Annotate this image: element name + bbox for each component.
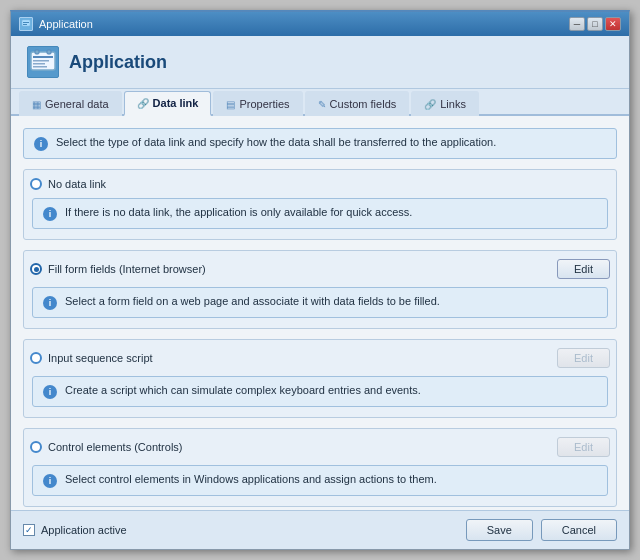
radio-no-data-link[interactable] bbox=[30, 178, 42, 190]
control-elements-info: i Select control elements in Windows app… bbox=[32, 465, 608, 496]
option-input-sequence-label[interactable]: Input sequence script bbox=[48, 352, 557, 364]
tab-general-data-label: General data bbox=[45, 98, 109, 110]
tab-data-link[interactable]: 🔗 Data link bbox=[124, 91, 212, 116]
header-title: Application bbox=[69, 52, 167, 73]
option-control-elements-row: Control elements (Controls) Edit bbox=[24, 433, 616, 461]
tab-data-link-label: Data link bbox=[153, 97, 199, 109]
tab-links-icon: 🔗 bbox=[424, 99, 436, 110]
fill-form-info: i Select a form field on a web page and … bbox=[32, 287, 608, 318]
main-info-text: Select the type of data link and specify… bbox=[56, 136, 496, 148]
tab-properties-icon: ▤ bbox=[226, 99, 235, 110]
radio-control-elements[interactable] bbox=[30, 441, 42, 453]
tab-custom-fields-label: Custom fields bbox=[330, 98, 397, 110]
fill-form-info-icon: i bbox=[43, 296, 57, 310]
window-controls: ─ □ ✕ bbox=[569, 17, 621, 31]
svg-rect-1 bbox=[23, 22, 29, 23]
footer: ✓ Application active Save Cancel bbox=[11, 510, 629, 549]
input-sequence-info: i Create a script which can simulate com… bbox=[32, 376, 608, 407]
tab-links[interactable]: 🔗 Links bbox=[411, 91, 479, 116]
tab-custom-fields-icon: ✎ bbox=[318, 99, 326, 110]
svg-rect-2 bbox=[23, 24, 27, 25]
input-sequence-info-text: Create a script which can simulate compl… bbox=[65, 384, 421, 396]
svg-rect-7 bbox=[33, 66, 47, 68]
option-input-sequence-block: Input sequence script Edit i Create a sc… bbox=[23, 339, 617, 418]
save-button[interactable]: Save bbox=[466, 519, 533, 541]
minimize-button[interactable]: ─ bbox=[569, 17, 585, 31]
footer-left: ✓ Application active bbox=[23, 524, 127, 536]
radio-fill-form[interactable] bbox=[30, 263, 42, 275]
tab-data-link-icon: 🔗 bbox=[137, 98, 149, 109]
tab-general-data[interactable]: ▦ General data bbox=[19, 91, 122, 116]
tab-general-data-icon: ▦ bbox=[32, 99, 41, 110]
application-active-label: Application active bbox=[41, 524, 127, 536]
header-icon bbox=[27, 46, 59, 78]
edit-fill-form-button[interactable]: Edit bbox=[557, 259, 610, 279]
no-data-link-info-icon: i bbox=[43, 207, 57, 221]
input-sequence-info-icon: i bbox=[43, 385, 57, 399]
close-button[interactable]: ✕ bbox=[605, 17, 621, 31]
footer-buttons: Save Cancel bbox=[466, 519, 617, 541]
main-info-box: i Select the type of data link and speci… bbox=[23, 128, 617, 159]
control-elements-info-text: Select control elements in Windows appli… bbox=[65, 473, 437, 485]
option-control-elements-label[interactable]: Control elements (Controls) bbox=[48, 441, 557, 453]
option-control-elements-block: Control elements (Controls) Edit i Selec… bbox=[23, 428, 617, 507]
option-no-data-link-block: No data link i If there is no data link,… bbox=[23, 169, 617, 240]
window-title: Application bbox=[39, 18, 93, 30]
tab-properties[interactable]: ▤ Properties bbox=[213, 91, 302, 116]
cancel-button[interactable]: Cancel bbox=[541, 519, 617, 541]
main-info-icon: i bbox=[34, 137, 48, 151]
option-fill-form-block: Fill form fields (Internet browser) Edit… bbox=[23, 250, 617, 329]
svg-rect-6 bbox=[33, 63, 45, 65]
title-bar: Application ─ □ ✕ bbox=[11, 12, 629, 36]
title-bar-left: Application bbox=[19, 17, 93, 31]
option-fill-form-label[interactable]: Fill form fields (Internet browser) bbox=[48, 263, 557, 275]
control-elements-info-icon: i bbox=[43, 474, 57, 488]
tab-custom-fields[interactable]: ✎ Custom fields bbox=[305, 91, 410, 116]
tabs-bar: ▦ General data 🔗 Data link ▤ Properties … bbox=[11, 89, 629, 116]
application-window: Application ─ □ ✕ Application ▦ General bbox=[10, 10, 630, 550]
application-active-checkbox[interactable]: ✓ bbox=[23, 524, 35, 536]
content-area: i Select the type of data link and speci… bbox=[11, 116, 629, 510]
fill-form-info-text: Select a form field on a web page and as… bbox=[65, 295, 440, 307]
tab-links-label: Links bbox=[440, 98, 466, 110]
edit-input-sequence-button[interactable]: Edit bbox=[557, 348, 610, 368]
option-no-data-link-row: No data link bbox=[24, 174, 616, 194]
svg-rect-5 bbox=[33, 60, 49, 62]
radio-input-sequence[interactable] bbox=[30, 352, 42, 364]
svg-rect-9 bbox=[47, 50, 51, 54]
header-area: Application bbox=[11, 36, 629, 89]
option-input-sequence-row: Input sequence script Edit bbox=[24, 344, 616, 372]
no-data-link-info: i If there is no data link, the applicat… bbox=[32, 198, 608, 229]
option-fill-form-row: Fill form fields (Internet browser) Edit bbox=[24, 255, 616, 283]
svg-rect-8 bbox=[35, 50, 39, 54]
window-icon bbox=[19, 17, 33, 31]
tab-properties-label: Properties bbox=[239, 98, 289, 110]
svg-rect-4 bbox=[33, 56, 53, 58]
option-no-data-link-label[interactable]: No data link bbox=[48, 178, 610, 190]
no-data-link-info-text: If there is no data link, the applicatio… bbox=[65, 206, 412, 218]
maximize-button[interactable]: □ bbox=[587, 17, 603, 31]
edit-control-elements-button[interactable]: Edit bbox=[557, 437, 610, 457]
